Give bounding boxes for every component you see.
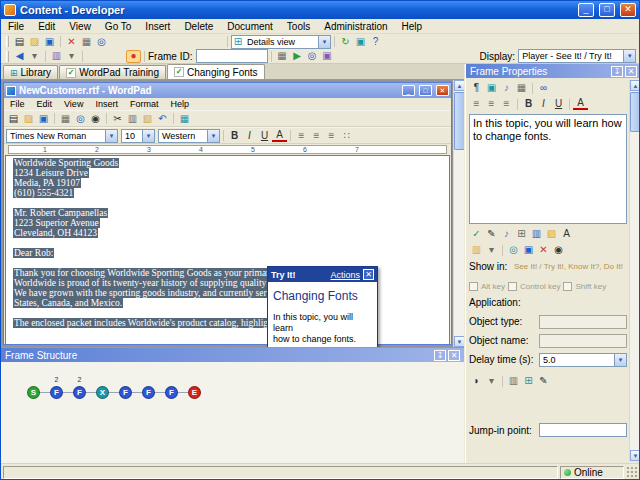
frame-structure-header[interactable]: Frame Structure ↧ ✕ [1,348,464,362]
fp-paste-button[interactable]: ▧ [544,228,559,241]
fp-audio-button[interactable]: ♪ [499,228,514,241]
frame-node-f[interactable]: F [119,386,132,399]
fp-edit-button[interactable]: ✎ [484,228,499,241]
dropdown-arrow-icon[interactable]: ▾ [207,130,219,142]
fp-text-area[interactable]: In this topic, you will learn how to cha… [469,114,627,224]
fp-check-button[interactable]: ✓ [469,228,484,241]
align-right-button[interactable]: ≡ [324,129,339,142]
object-type-field[interactable] [539,315,627,329]
wordpad-menu-item[interactable]: Insert [89,99,124,109]
panel-close-icon[interactable]: ✕ [448,350,460,361]
wp-undo-button[interactable]: ↶ [155,112,170,125]
dropdown-arrow-icon[interactable]: ▾ [105,130,117,142]
wp-copy-button[interactable]: ▥ [125,112,140,125]
wordpad-menu-item[interactable]: Format [124,99,165,109]
wordpad-menu-item[interactable]: File [4,99,31,109]
font-color-button[interactable]: A [272,130,287,142]
fp-underline-button[interactable]: U [551,98,566,111]
bullets-button[interactable]: ∷ [339,129,354,142]
fp-dropdown-button[interactable]: ▾ [484,244,499,257]
resize-grip[interactable] [626,466,639,479]
preview-button[interactable]: ◎ [94,35,109,48]
fp-align-right-button[interactable]: ≡ [499,98,514,111]
shift-key-checkbox[interactable] [563,282,572,291]
fp-link-button[interactable]: ∞ [536,82,551,95]
wordpad-minimize-button[interactable]: _ [402,85,415,96]
fp-align-center-button[interactable]: ≡ [484,98,499,111]
open-button[interactable]: ▨ [27,35,42,48]
stage-scrollbar[interactable]: ▲ ▼ [453,80,464,347]
alt-key-checkbox[interactable] [469,282,478,291]
frame-node-f[interactable]: F2 [50,386,63,399]
scroll-thumb[interactable] [630,92,640,132]
film-button[interactable]: ▦ [275,50,290,63]
control-key-checkbox[interactable] [508,282,517,291]
toolbar-grip[interactable] [6,36,9,47]
fp-find-button[interactable]: ◉ [551,244,566,257]
toolbar-grip[interactable] [6,51,9,62]
wp-save-button[interactable]: ▣ [36,112,51,125]
fp-save-button[interactable]: ▣ [521,244,536,257]
tryit-titlebar[interactable]: Try It! Actions ✕ [268,267,377,282]
scroll-up-button[interactable]: ▲ [630,80,640,91]
dropdown-arrow-icon[interactable]: ▾ [614,354,626,366]
menu-item[interactable]: Tools [280,21,317,32]
back-dropdown-button[interactable]: ▾ [27,50,42,63]
player-preview-button[interactable]: ◎ [305,50,320,63]
template-button[interactable]: ▥ [49,50,64,63]
wordpad-menu-item[interactable]: Edit [31,99,59,109]
close-button[interactable]: ✕ [620,3,636,17]
image-button[interactable]: ▣ [353,35,368,48]
panel-close-icon[interactable]: ✕ [625,66,637,77]
underline-button[interactable]: U [257,129,272,142]
fp-mouse-dropdown-button[interactable]: ▾ [484,375,499,388]
fp-color-button[interactable]: A [573,98,588,110]
wp-open-button[interactable]: ▨ [21,112,36,125]
play-button[interactable]: ▶ [290,50,305,63]
menu-item[interactable]: Document [220,21,280,32]
menu-item[interactable]: Go To [98,21,139,32]
refresh-button[interactable]: ↻ [338,35,353,48]
publish-button[interactable]: ▣ [320,50,335,63]
font-name-combo[interactable]: Times New Roman ▾ [6,129,118,143]
wordpad-document[interactable]: Worldwide Sporting Goods1234 Leisure Dri… [5,155,450,344]
dropdown-arrow-icon[interactable]: ▾ [623,50,635,62]
wordpad-menu-item[interactable]: View [58,99,89,109]
wp-datetime-button[interactable]: ▦ [177,112,192,125]
menu-item[interactable]: Administration [317,21,394,32]
print-button[interactable]: ▦ [79,35,94,48]
menu-item[interactable]: File [1,21,31,32]
scroll-thumb[interactable] [454,92,464,150]
frame-properties-scrollbar[interactable]: ▲ ▼ [629,80,640,461]
fp-font-button[interactable]: A [559,228,574,241]
fp-film-button[interactable]: ▦ [514,82,529,95]
maximize-button[interactable]: □ [599,3,615,17]
align-left-button[interactable]: ≡ [294,129,309,142]
object-name-field[interactable] [539,334,627,348]
fp-sound-button[interactable]: ♪ [499,82,514,95]
template-dropdown-button[interactable]: ▾ [64,50,79,63]
delay-time-combo[interactable]: 5.0 ▾ [539,353,627,367]
wordpad-menu-item[interactable]: Help [164,99,195,109]
pin-icon[interactable]: ↧ [434,350,446,361]
fp-grid2-button[interactable]: ⊞ [521,375,536,388]
display-combo[interactable]: Player - See It! / Try It! ▾ [518,49,636,63]
fp-bold-button[interactable]: B [521,98,536,111]
wp-preview-button[interactable]: ◎ [73,112,88,125]
frame-node-s[interactable]: S [27,386,40,399]
wp-new-button[interactable]: ▤ [6,112,21,125]
frame-node-f[interactable]: F [165,386,178,399]
frame-properties-header[interactable]: Frame Properties ↧ ✕ [466,64,640,78]
fp-preview-button[interactable]: ◎ [506,244,521,257]
menu-item[interactable]: Insert [138,21,177,32]
menu-item[interactable]: Help [395,21,430,32]
frame-id-input[interactable] [196,49,268,63]
dropdown-arrow-icon[interactable]: ▾ [142,130,154,142]
bold-button[interactable]: B [227,129,242,142]
minimize-button[interactable]: _ [578,3,594,17]
tab-changing-fonts[interactable]: ✓ Changing Fonts [167,64,265,79]
scroll-up-button[interactable]: ▲ [454,80,464,91]
wp-find-button[interactable]: ◉ [88,112,103,125]
frame-node-e[interactable]: E [188,386,201,399]
save-button[interactable]: ▣ [42,35,57,48]
